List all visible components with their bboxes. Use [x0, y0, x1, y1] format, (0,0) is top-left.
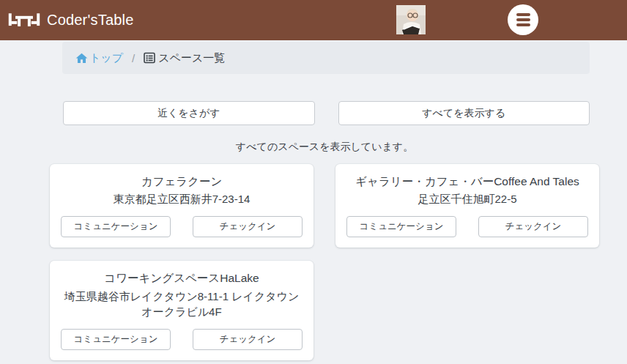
- list-icon: [144, 52, 155, 64]
- hamburger-menu-icon: [516, 23, 530, 26]
- brand-title: Coder'sTable: [47, 12, 134, 29]
- space-card-actions: コミュニケーション チェックイン: [346, 216, 588, 237]
- brand-link[interactable]: Coder'sTable: [7, 9, 134, 32]
- find-nearby-button[interactable]: 近くをさがす: [63, 101, 315, 125]
- space-card-grid: カフェラクーン 東京都足立区西新井7-23-14 コミュニケーション チェックイ…: [50, 164, 599, 360]
- breadcrumb-current-label: スペース一覧: [158, 51, 225, 65]
- space-card-actions: コミュニケーション チェックイン: [61, 216, 303, 237]
- table-with-chairs-icon: [7, 9, 41, 32]
- show-all-button[interactable]: すべてを表示する: [338, 101, 590, 125]
- status-message: すべてのスペースを表示しています。: [50, 141, 599, 154]
- checkin-button[interactable]: チェックイン: [478, 216, 588, 237]
- checkin-button[interactable]: チェックイン: [193, 216, 303, 237]
- hamburger-menu-icon: [516, 18, 530, 21]
- space-address: 埼玉県越谷市レイクタウン8-11-1 レイクタウンオークラビル4F: [61, 289, 303, 321]
- space-card: コワーキングスペースHaLake 埼玉県越谷市レイクタウン8-11-1 レイクタ…: [50, 261, 314, 360]
- breadcrumb-home-label: トップ: [89, 51, 123, 65]
- space-card: ギャラリー・カフェ・バーCoffee And Tales 足立区千住旭町22-5…: [335, 164, 599, 248]
- checkin-button[interactable]: チェックイン: [193, 329, 303, 350]
- hamburger-menu-button[interactable]: [508, 4, 538, 35]
- space-name: コワーキングスペースHaLake: [61, 270, 303, 286]
- space-name: カフェラクーン: [61, 174, 303, 190]
- communication-button[interactable]: コミュニケーション: [346, 216, 456, 237]
- communication-button[interactable]: コミュニケーション: [61, 329, 171, 350]
- breadcrumb: トップ / スペース一覧: [62, 42, 590, 74]
- breadcrumb-current: スペース一覧: [144, 51, 225, 65]
- space-name: ギャラリー・カフェ・バーCoffee And Tales: [346, 174, 588, 190]
- space-card-actions: コミュニケーション チェックイン: [61, 329, 303, 350]
- action-button-row: 近くをさがす すべてを表示する: [63, 101, 590, 125]
- space-address: 東京都足立区西新井7-23-14: [61, 191, 303, 207]
- hamburger-menu-icon: [516, 13, 530, 16]
- breadcrumb-separator: /: [132, 52, 135, 64]
- app-header: Coder'sTable: [0, 0, 627, 40]
- breadcrumb-home-link[interactable]: トップ: [75, 51, 123, 65]
- avatar[interactable]: [396, 5, 426, 34]
- space-address: 足立区千住旭町22-5: [346, 191, 588, 207]
- space-card: カフェラクーン 東京都足立区西新井7-23-14 コミュニケーション チェックイ…: [50, 164, 314, 248]
- avatar-image: [396, 5, 426, 34]
- home-icon: [75, 52, 88, 64]
- communication-button[interactable]: コミュニケーション: [61, 216, 171, 237]
